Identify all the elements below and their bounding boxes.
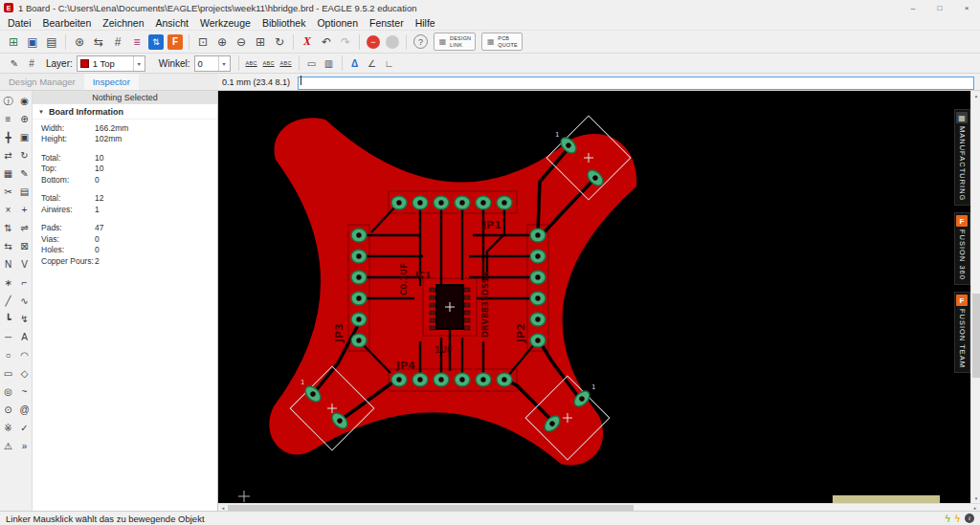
menu-werkzeuge[interactable]: Werkzeuge — [194, 15, 256, 30]
angle-select[interactable]: 0 ▾ — [194, 55, 231, 72]
grid-dots-icon[interactable]: # — [23, 55, 40, 72]
tool-wire-icon[interactable]: ─ — [1, 330, 15, 344]
tool-rotate-icon[interactable]: ↻ — [17, 148, 32, 163]
tool-miter-icon[interactable]: ⌐ — [17, 275, 32, 290]
tool-ripup-icon[interactable]: ↯ — [17, 312, 32, 326]
tool-text-icon[interactable]: A — [17, 330, 32, 344]
zoom-select-icon[interactable]: ⊞ — [251, 33, 270, 52]
tool-name-icon[interactable]: N — [1, 257, 15, 272]
vertical-scroll-thumb[interactable] — [972, 294, 980, 378]
horizontal-scrollbar[interactable]: ◂ ▸ — [218, 503, 980, 511]
tool-move-icon[interactable]: ╋ — [1, 130, 15, 144]
tab-manufacturing[interactable]: ▦ MANUFACTURING — [954, 109, 970, 206]
pad[interactable] — [530, 229, 546, 242]
menu-optionen[interactable]: Optionen — [311, 15, 364, 30]
tool-split-icon[interactable]: ╱ — [1, 294, 15, 308]
pad[interactable] — [455, 196, 470, 209]
scroll-down-arrow[interactable]: ▾ — [971, 493, 980, 503]
tool-ulp-icon[interactable]: » — [17, 439, 32, 453]
pad[interactable] — [351, 229, 367, 242]
undo-icon[interactable]: ↶ — [317, 33, 336, 52]
tool-value-icon[interactable]: V — [17, 257, 32, 272]
maximize-button[interactable]: □ — [926, 0, 953, 15]
zoom-fit-icon[interactable]: ⊡ — [193, 33, 212, 52]
board-svg[interactable]: JP1 JP2 JP3 JP4 IC1 DRV8835DSSR C0.1UF 1… — [218, 91, 953, 503]
zoom-in-icon[interactable]: ⊕ — [212, 33, 232, 52]
fusion-sync-icon[interactable]: ⇅ — [146, 33, 166, 52]
silk-label-ic-value[interactable]: DRV8835DSSR — [480, 271, 490, 338]
silk-label-ic1[interactable]: IC1 — [415, 271, 431, 280]
zoom-redraw-icon[interactable]: ↻ — [270, 33, 289, 52]
pad[interactable] — [391, 373, 407, 386]
properties-icon[interactable]: ✎ — [6, 55, 23, 72]
tool-cut-icon[interactable]: ✂ — [1, 185, 15, 199]
tool-mark-icon[interactable]: ⊕ — [17, 112, 32, 126]
tool-mirror-icon[interactable]: ⇄ — [1, 148, 15, 163]
pad[interactable] — [530, 334, 546, 347]
orthogonal-icon[interactable]: ∟ — [381, 55, 398, 72]
tool-display-icon[interactable]: ≡ — [1, 112, 15, 126]
tool-optimize-icon[interactable]: ∿ — [17, 294, 32, 308]
stop-button[interactable]: − — [367, 35, 380, 49]
tool-hole-icon[interactable]: ⊙ — [1, 403, 15, 417]
erc-status-icon[interactable]: ϟ — [955, 514, 960, 524]
menu-zeichnen[interactable]: Zeichnen — [97, 15, 149, 30]
tool-ratsnest-icon[interactable]: ※ — [1, 421, 15, 435]
help-icon[interactable]: ? — [413, 34, 428, 49]
pad[interactable] — [412, 373, 428, 386]
save-icon[interactable]: ▣ — [23, 33, 42, 52]
info-icon[interactable]: i — [965, 514, 974, 523]
horizontal-scroll-thumb[interactable] — [228, 505, 634, 511]
grid-settings-icon[interactable]: # — [108, 33, 127, 52]
pad[interactable] — [530, 292, 546, 305]
scroll-right-arrow[interactable]: ▸ — [970, 504, 980, 512]
minimize-button[interactable]: – — [900, 0, 926, 15]
pad[interactable] — [530, 271, 546, 284]
board-canvas[interactable]: JP1 JP2 JP3 JP4 IC1 DRV8835DSSR C0.1UF 1… — [218, 91, 953, 503]
vertical-scrollbar[interactable]: ▴ ▾ — [970, 91, 980, 503]
design-link-button[interactable]: ▦ DESIGN LINK — [434, 33, 476, 51]
pad[interactable] — [434, 196, 449, 209]
tool-errors-icon[interactable]: ⚠ — [1, 439, 15, 453]
menu-hilfe[interactable]: Hilfe — [410, 15, 441, 30]
angle-mode-icon[interactable]: ∠ — [364, 55, 381, 72]
tool-route-icon[interactable]: ┗ — [1, 312, 15, 326]
switch-to-schematic-icon[interactable]: ⇆ — [89, 33, 108, 52]
redo-icon[interactable]: ↷ — [336, 33, 355, 52]
silk-label-jp2[interactable]: JP2 — [515, 323, 527, 343]
pad[interactable] — [455, 373, 470, 386]
silk-label-jp1[interactable]: JP1 — [481, 219, 501, 231]
layer-select[interactable]: 1 Top ▾ — [77, 55, 145, 72]
tool-add-icon[interactable]: + — [17, 203, 32, 217]
pad-shape-icon[interactable]: ▥ — [321, 55, 338, 72]
board-information-header[interactable]: ▼ Board Information — [33, 104, 217, 120]
tool-arc-icon[interactable]: ◠ — [17, 348, 32, 362]
silk-label-jp3[interactable]: JP3 — [333, 323, 345, 343]
pad[interactable] — [391, 196, 407, 209]
scroll-up-arrow[interactable]: ▴ — [971, 91, 980, 100]
pad[interactable] — [351, 250, 367, 263]
tool-smash-icon[interactable]: ∗ — [1, 275, 15, 290]
tool-attribute-icon[interactable]: @ — [17, 403, 32, 417]
open-board-icon[interactable]: ⊞ — [4, 33, 23, 52]
tool-delete-icon[interactable]: × — [1, 203, 15, 217]
pad[interactable] — [412, 196, 428, 209]
menu-datei[interactable]: Datei — [2, 15, 37, 30]
command-line-input[interactable] — [298, 77, 974, 90]
pad[interactable] — [351, 292, 367, 305]
font-vector-icon[interactable]: ABC — [243, 55, 260, 72]
tool-signal-icon[interactable]: ~ — [17, 384, 32, 399]
pad[interactable] — [497, 373, 512, 386]
layer-settings-icon[interactable]: ≡ — [127, 33, 146, 52]
pad[interactable] — [530, 250, 546, 263]
menu-bearbeiten[interactable]: Bearbeiten — [37, 15, 98, 30]
pad[interactable] — [351, 334, 367, 347]
close-button[interactable]: × — [953, 0, 980, 15]
silk-label-c1[interactable]: C0.1UF — [399, 263, 409, 295]
pad[interactable] — [497, 196, 512, 209]
tab-inspector[interactable]: Inspector — [84, 74, 139, 90]
tool-copy-icon[interactable]: ▣ — [17, 130, 32, 144]
pad[interactable] — [530, 313, 546, 326]
tool-replace-icon[interactable]: ⇌ — [17, 221, 32, 235]
tab-fusion-team[interactable]: F FUSION TEAM — [954, 292, 970, 373]
